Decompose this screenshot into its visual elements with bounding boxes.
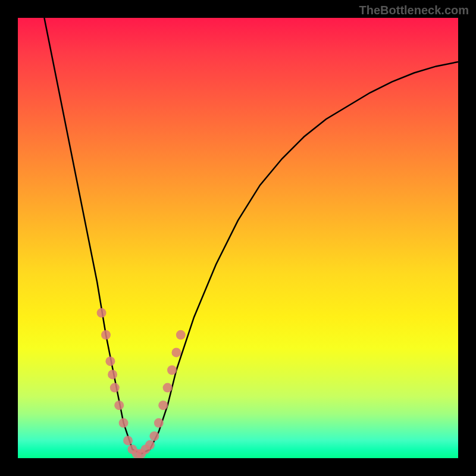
plot-area <box>18 18 458 458</box>
chart-container: TheBottleneck.com <box>0 0 476 476</box>
watermark-text: TheBottleneck.com <box>359 4 469 17</box>
